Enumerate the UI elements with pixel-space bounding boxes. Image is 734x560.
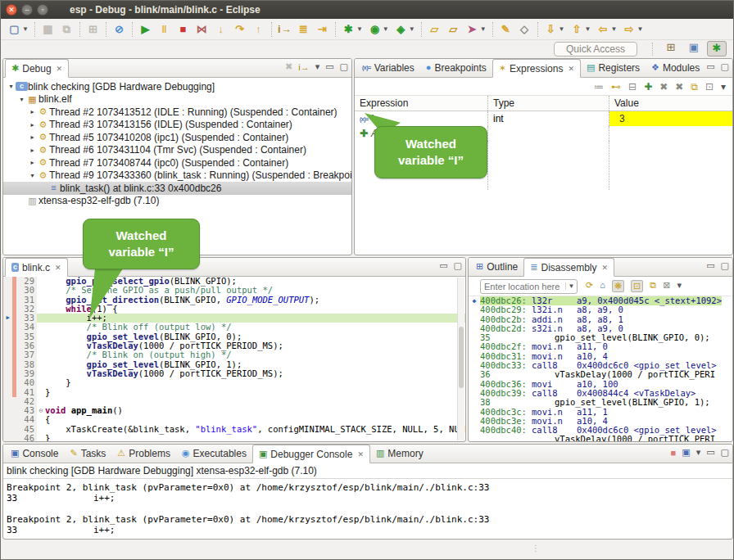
- expander-icon[interactable]: ▸: [28, 121, 37, 129]
- view-menu-icon[interactable]: ▾: [696, 447, 701, 458]
- display-selected-console-icon[interactable]: ▣: [682, 447, 690, 458]
- chevron-down-icon[interactable]: ▼: [356, 25, 363, 33]
- launch-button[interactable]: ➤▼: [463, 20, 489, 38]
- window-titlebar[interactable]: ✕ – ▫ esp - Debug - blink/main/blink.c -…: [1, 1, 734, 19]
- remove-selected-icon[interactable]: ✖: [659, 81, 668, 93]
- chevron-down-icon[interactable]: ▼: [22, 25, 29, 33]
- back-button[interactable]: ⇦▼: [593, 20, 619, 38]
- tree-item-thread-7-1073408744-ip[interactable]: ▸⚙Thread #7 1073408744 (ipc0) (Suspended…: [3, 156, 351, 169]
- tab-expressions[interactable]: ✶Expressions✕: [492, 59, 581, 78]
- remove-all-icon[interactable]: ✖: [675, 81, 683, 93]
- close-icon[interactable]: ✕: [568, 65, 574, 73]
- tree-item-blink-task-at-blink-c[interactable]: ≡blink_task() at blink.c:33 0x400dbc26: [3, 182, 351, 195]
- sash-handle[interactable]: ⋮: [532, 544, 540, 553]
- expander-icon[interactable]: ▾: [7, 83, 16, 90]
- minimize-icon[interactable]: ▭: [706, 61, 714, 72]
- console-output[interactable]: Breakpoint 2, blink_task (pvParameter=0x…: [3, 479, 732, 535]
- new-view-icon[interactable]: ⧉: [691, 81, 698, 93]
- tab-debug[interactable]: ✱Debug✕: [5, 59, 69, 78]
- window-maximize-button[interactable]: ▫: [37, 4, 48, 16]
- expander-icon[interactable]: ▸: [28, 133, 37, 141]
- last-edit-location-button[interactable]: ⇩▼: [541, 20, 568, 38]
- instruction-stepping-button[interactable]: i→: [275, 20, 294, 38]
- expression-row[interactable]: (x)=iint3: [355, 111, 732, 126]
- add-expression-icon[interactable]: ✚: [644, 81, 652, 93]
- window-minimize-button[interactable]: –: [21, 4, 33, 16]
- collapse-all-icon[interactable]: ⊟: [628, 81, 637, 93]
- minimize-icon[interactable]: ▭: [325, 61, 333, 72]
- maximize-icon[interactable]: ▢: [721, 260, 729, 271]
- expander-icon[interactable]: ▸: [28, 108, 37, 115]
- tree-item-blink-checking-gdb-hard[interactable]: ▾cblink checking [GDB Hardware Debugging…: [3, 80, 351, 93]
- tab-memory[interactable]: ▥Memory: [370, 444, 429, 463]
- code-line-40[interactable]: 40 }: [3, 378, 465, 387]
- chevron-down-icon[interactable]: ▼: [637, 25, 643, 33]
- expander-icon[interactable]: ▸: [28, 147, 37, 154]
- window-close-button[interactable]: ✕: [6, 4, 17, 16]
- tab-breakpoints[interactable]: ●Breakpoints: [420, 58, 492, 77]
- column-header-type[interactable]: Type: [488, 96, 609, 111]
- tree-item-thread-2-1073413512-id[interactable]: ▸⚙Thread #2 1073413512 (IDLE : Running) …: [3, 106, 351, 119]
- tree-item-thread-5-1073410208-ip[interactable]: ▸⚙Thread #5 1073410208 (ipc1) (Suspended…: [3, 131, 351, 144]
- tree-item-thread-3-1073413156-id[interactable]: ▸⚙Thread #3 1073413156 (IDLE) (Suspended…: [3, 119, 351, 132]
- save-all-button[interactable]: ⧉: [57, 20, 76, 38]
- open-project-button[interactable]: ▱: [425, 20, 444, 38]
- step-into-button[interactable]: ↓: [211, 20, 230, 38]
- terminate-console-icon[interactable]: ■: [671, 448, 677, 458]
- code-line-41[interactable]: 41}: [3, 388, 465, 397]
- tree-item-thread-6-1073431104-tm[interactable]: ▸⚙Thread #6 1073431104 (Tmr Svc) (Suspen…: [3, 144, 351, 157]
- open-folder-button[interactable]: ▱: [444, 20, 463, 38]
- view-menu-icon[interactable]: ▾: [677, 280, 682, 292]
- view-menu-icon[interactable]: ▾: [721, 81, 726, 93]
- code-line-43[interactable]: 43⊖void app_main(): [3, 406, 465, 415]
- suspend-button[interactable]: ‖: [155, 20, 174, 38]
- close-icon[interactable]: ✕: [55, 264, 61, 272]
- tab-outline[interactable]: ⊞Outline: [470, 257, 523, 276]
- tab-debugger-console[interactable]: ▣Debugger Console✕: [252, 445, 370, 463]
- maximize-icon[interactable]: ▢: [454, 260, 462, 271]
- close-icon[interactable]: ✕: [57, 65, 63, 73]
- show-logical-structure-icon[interactable]: ⊷: [611, 81, 621, 93]
- tab-variables[interactable]: (x)=Variables: [356, 58, 420, 77]
- open-element-button[interactable]: ◇: [515, 20, 534, 38]
- step-return-button[interactable]: ↑: [249, 20, 268, 38]
- debug-perspective-button[interactable]: ✱: [707, 41, 727, 56]
- resume-button[interactable]: ▶: [136, 20, 155, 38]
- tab-executables[interactable]: ◉Executables: [176, 444, 252, 463]
- skip-all-breakpoints-button[interactable]: ⊘: [110, 20, 129, 38]
- tree-item-xtensa-esp32-elf-gdb-7[interactable]: ▥xtensa-esp32-elf-gdb (7.10): [3, 195, 351, 208]
- mark-occurrences-button[interactable]: ✎: [496, 20, 515, 38]
- refresh-icon[interactable]: ⟳: [586, 280, 593, 292]
- cpp-perspective-button[interactable]: ▣: [684, 41, 704, 56]
- scrollbar-thumb[interactable]: [459, 327, 464, 389]
- disasm-source-line[interactable]: 36vTaskDelay(1000 / portTICK_PERI: [469, 370, 732, 379]
- disasm-source-line[interactable]: 38gpio_set_level(BLINK_GPIO, 1);: [469, 398, 732, 407]
- instruction-stepping-mode-icon[interactable]: i→: [298, 62, 309, 72]
- column-header-value[interactable]: Value: [609, 96, 732, 111]
- code-line-46[interactable]: 46}: [3, 434, 465, 442]
- disassembly-listing[interactable]: ◆400dbc26:l32ra9, 0x400d045c <_stext+109…: [469, 296, 732, 442]
- terminate-button[interactable]: ■: [174, 20, 193, 38]
- minimize-icon[interactable]: ▭: [706, 447, 714, 458]
- sync-selection-icon[interactable]: ⊡: [631, 280, 643, 292]
- run-external-tools-button[interactable]: ◈▼: [392, 20, 418, 38]
- chevron-down-icon[interactable]: ▼: [610, 25, 617, 33]
- fold-collapse-icon[interactable]: ⊖: [37, 406, 45, 415]
- tab-console[interactable]: ▣Console: [5, 444, 64, 463]
- chevron-down-icon[interactable]: ▼: [585, 25, 591, 33]
- tab-modules[interactable]: ❖Modules: [646, 58, 705, 77]
- minimize-icon[interactable]: ▭: [706, 260, 714, 271]
- tab-registers[interactable]: ▤Registers: [581, 58, 646, 77]
- use-step-filters-button[interactable]: ⇥: [313, 20, 332, 38]
- close-icon[interactable]: ✕: [357, 450, 364, 458]
- tab-disassembly[interactable]: ≣Disassembly✕: [523, 258, 614, 277]
- source-editor[interactable]: 29 gpio_pad_select_gpio(BLINK_GPIO);30 /…: [3, 277, 465, 442]
- column-header-expression[interactable]: Expression: [355, 96, 488, 111]
- build-button[interactable]: ⊞: [84, 20, 102, 38]
- maximize-icon[interactable]: ▢: [721, 447, 729, 458]
- disasm-line[interactable]: 400dbc29:l32i.na8, a9, 0: [469, 305, 732, 314]
- location-input[interactable]: [481, 282, 565, 291]
- maximize-icon[interactable]: ▢: [340, 61, 348, 72]
- save-button[interactable]: ▦: [39, 20, 57, 38]
- expander-icon[interactable]: ▾: [28, 172, 37, 179]
